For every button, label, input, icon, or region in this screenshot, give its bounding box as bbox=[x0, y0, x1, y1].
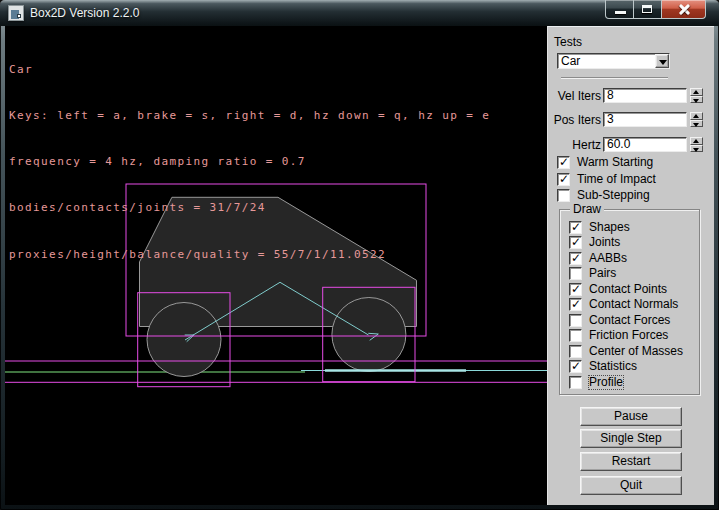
pos-iters-spinner bbox=[690, 112, 703, 127]
checkbox-label: Shapes bbox=[589, 221, 630, 234]
minimize-button[interactable] bbox=[605, 0, 634, 19]
checkbox-box[interactable]: ✓ bbox=[557, 189, 570, 202]
spinner-down-icon[interactable] bbox=[690, 145, 703, 153]
bodies-stats-line: bodies/contacts/joints = 31/7/24 bbox=[9, 200, 490, 215]
check-icon: ✓ bbox=[571, 220, 581, 234]
checkbox-box[interactable]: ✓ bbox=[569, 345, 582, 358]
checkbox-box[interactable]: ✓ bbox=[569, 360, 582, 373]
app-icon bbox=[8, 5, 24, 21]
caption-buttons bbox=[605, 0, 706, 19]
keys-help-line: Keys: left = a, brake = s, right = d, hz… bbox=[9, 108, 490, 123]
title-bar[interactable]: Box2D Version 2.2.0 bbox=[0, 0, 719, 26]
restart-button[interactable]: Restart bbox=[580, 452, 682, 471]
checkbox-label: Warm Starting bbox=[577, 156, 653, 169]
checkbox-label: Friction Forces bbox=[589, 329, 668, 342]
check-icon: ✓ bbox=[559, 155, 569, 169]
hertz-label: Hertz bbox=[548, 138, 601, 153]
spinner-up-icon[interactable] bbox=[690, 112, 703, 120]
check-icon: ✓ bbox=[571, 235, 581, 249]
minimize-icon bbox=[615, 11, 626, 14]
close-button[interactable] bbox=[661, 0, 706, 19]
checkbox-label: Contact Normals bbox=[589, 298, 678, 311]
front-wheel bbox=[332, 298, 406, 372]
checkbox-box[interactable]: ✓ bbox=[569, 252, 582, 265]
tests-dropdown-value: Car bbox=[561, 54, 580, 68]
app-window: Box2D Version 2.2.0 bbox=[0, 0, 719, 510]
vel-iters-label: Vel Iters bbox=[548, 89, 601, 104]
quit-button[interactable]: Quit bbox=[580, 476, 682, 495]
checkbox-label: Center of Masses bbox=[589, 345, 683, 358]
check-icon: ✓ bbox=[571, 251, 581, 265]
spinner-down-icon[interactable] bbox=[690, 120, 703, 128]
separator bbox=[561, 77, 668, 79]
maximize-button[interactable] bbox=[634, 0, 661, 19]
pos-iters-label: Pos Iters bbox=[548, 113, 601, 128]
test-title: Car bbox=[9, 62, 490, 77]
spinner-up-icon[interactable] bbox=[690, 137, 703, 145]
control-panel: Tests Car Vel Iters 8 Pos Iters 3 Hertz … bbox=[547, 26, 714, 505]
checkbox-label: AABBs bbox=[589, 252, 627, 265]
hertz-input[interactable]: 60.0 bbox=[603, 137, 687, 152]
checkbox-label: Joints bbox=[589, 236, 620, 249]
window-title: Box2D Version 2.2.0 bbox=[30, 6, 139, 20]
check-icon: ✓ bbox=[571, 282, 581, 296]
checkbox-box[interactable]: ✓ bbox=[569, 236, 582, 249]
vel-iters-input[interactable]: 8 bbox=[603, 88, 687, 103]
check-icon: ✓ bbox=[559, 172, 569, 186]
spinner-down-icon[interactable] bbox=[690, 96, 703, 104]
checkbox-label: Sub-Stepping bbox=[577, 189, 650, 202]
checkbox-box[interactable]: ✓ bbox=[569, 376, 582, 389]
tests-label: Tests bbox=[554, 35, 582, 49]
checkbox-box[interactable]: ✓ bbox=[569, 298, 582, 311]
close-icon bbox=[678, 3, 691, 16]
checkbox-box[interactable]: ✓ bbox=[569, 314, 582, 327]
chevron-down-icon[interactable] bbox=[655, 54, 669, 68]
checkbox-box[interactable]: ✓ bbox=[569, 267, 582, 280]
checkbox-box[interactable]: ✓ bbox=[569, 329, 582, 342]
rear-wheel bbox=[147, 303, 221, 377]
pause-button[interactable]: Pause bbox=[580, 407, 682, 426]
frequency-line: frequency = 4 hz, damping ratio = 0.7 bbox=[9, 154, 490, 169]
pos-iters-input[interactable]: 3 bbox=[603, 112, 687, 127]
checkbox-label: Time of Impact bbox=[577, 173, 656, 186]
debug-text-overlay: Car Keys: left = a, brake = s, right = d… bbox=[9, 31, 490, 293]
checkbox-label: Contact Forces bbox=[589, 314, 670, 327]
draw-groupbox-title: Draw bbox=[570, 202, 604, 216]
simulation-canvas[interactable]: Car Keys: left = a, brake = s, right = d… bbox=[5, 26, 547, 505]
check-icon: ✓ bbox=[571, 297, 581, 311]
check-icon: ✓ bbox=[571, 359, 581, 373]
checkbox-label: Statistics bbox=[589, 360, 637, 373]
tests-dropdown[interactable]: Car bbox=[557, 53, 670, 69]
vel-iters-spinner bbox=[690, 88, 703, 103]
hertz-spinner bbox=[690, 137, 703, 152]
checkbox-label: Contact Points bbox=[589, 283, 667, 296]
checkbox-label: Pairs bbox=[589, 267, 616, 280]
checkbox-label: Profile bbox=[589, 376, 623, 389]
checkbox-box[interactable]: ✓ bbox=[569, 221, 582, 234]
single-step-button[interactable]: Single Step bbox=[580, 429, 682, 448]
spinner-up-icon[interactable] bbox=[690, 88, 703, 96]
checkbox-box[interactable]: ✓ bbox=[557, 173, 570, 186]
checkbox-box[interactable]: ✓ bbox=[557, 156, 570, 169]
proxies-stats-line: proxies/height/balance/quality = 55/7/1/… bbox=[9, 247, 490, 262]
checkbox-box[interactable]: ✓ bbox=[569, 283, 582, 296]
maximize-icon bbox=[642, 5, 652, 13]
